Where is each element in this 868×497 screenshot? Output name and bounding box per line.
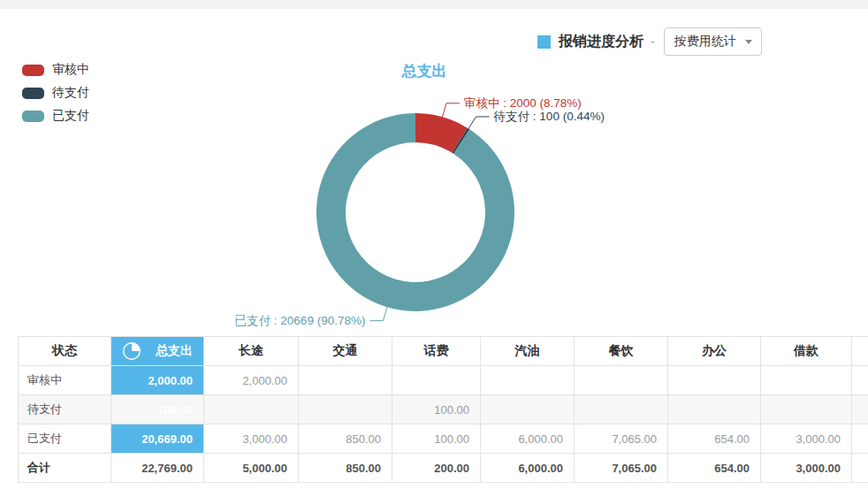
table-cell: [392, 366, 481, 395]
column-header-label: 总支出: [156, 343, 193, 359]
table-cell: [852, 424, 868, 454]
column-header-1[interactable]: 状态: [19, 337, 111, 366]
table-cell: [481, 366, 575, 395]
column-header-10[interactable]: [852, 337, 868, 366]
table-cell: [575, 395, 668, 424]
table-cell: 100.00: [392, 424, 481, 454]
pie-label: 审核中 : 2000 (8.78%): [464, 96, 582, 110]
table-cell: [204, 395, 299, 424]
table-cell: 654.00: [668, 424, 761, 454]
pie-chart-icon: [122, 341, 141, 361]
table-cell: 100.00: [392, 395, 481, 424]
table-cell: 2,000.00: [111, 366, 204, 395]
table-cell: [852, 366, 868, 395]
table-cell: [668, 366, 761, 395]
total-cell: 3,000.00: [761, 454, 852, 483]
table-cell: 6,000.00: [481, 424, 575, 454]
total-cell: 200.00: [392, 454, 481, 483]
column-header-3[interactable]: 长途: [204, 337, 299, 366]
table-row-审核中: 审核中2,000.002,000.00: [19, 366, 868, 395]
column-header-4[interactable]: 交通: [299, 337, 392, 366]
table-cell: 2,000.00: [204, 366, 299, 395]
column-header-9[interactable]: 借款: [761, 337, 852, 366]
table-wrap: 状态总支出长途交通话费汽油餐饮办公借款审核中2,000.002,000.00待支…: [18, 336, 868, 488]
pie-label-line: [442, 103, 460, 118]
table-row-已支付: 已支付20,669.003,000.00850.00100.006,000.00…: [19, 424, 868, 454]
total-cell: [852, 454, 868, 483]
status-cell: 待支付: [19, 395, 111, 424]
total-cell: 22,769.00: [111, 454, 204, 483]
column-header-7[interactable]: 餐饮: [575, 337, 668, 366]
total-cell: 5,000.00: [204, 454, 299, 483]
total-label-cell: 合计: [19, 454, 111, 483]
table-cell: 3,000.00: [204, 424, 299, 454]
total-cell: 7,065.00: [575, 454, 668, 483]
total-cell: 654.00: [668, 454, 761, 483]
table-cell: [481, 395, 575, 424]
total-cell: 6,000.00: [481, 454, 575, 483]
table-cell: 7,065.00: [575, 424, 668, 454]
table-row-待支付: 待支付100.00100.00: [19, 395, 868, 424]
table-cell: 850.00: [299, 424, 392, 454]
table-total-row: 合计22,769.005,000.00850.00200.006,000.007…: [19, 454, 868, 483]
pie-label: 已支付 : 20669 (90.78%): [235, 314, 366, 327]
table-cell: [761, 366, 852, 395]
column-header-2[interactable]: 总支出: [111, 337, 204, 366]
pie-label-line: [468, 117, 489, 129]
column-header-8[interactable]: 办公: [668, 337, 761, 366]
column-header-5[interactable]: 话费: [392, 337, 481, 366]
table-cell: [761, 395, 852, 424]
total-cell: 850.00: [299, 454, 392, 483]
pie-segment-3[interactable]: [316, 113, 514, 311]
table-cell: [299, 366, 392, 395]
table-cell: 20,669.00: [111, 424, 204, 454]
expense-table: 状态总支出长途交通话费汽油餐饮办公借款审核中2,000.002,000.00待支…: [18, 336, 868, 483]
status-cell: 审核中: [19, 366, 111, 395]
table-cell: 3,000.00: [761, 424, 852, 454]
pie-label: 待支付 : 100 (0.44%): [493, 110, 605, 123]
table-header-row: 状态总支出长途交通话费汽油餐饮办公借款: [19, 337, 868, 366]
pie-label-line: [369, 306, 387, 320]
column-header-6[interactable]: 汽油: [481, 337, 575, 366]
table-cell: [852, 395, 868, 424]
status-cell: 已支付: [19, 424, 111, 454]
table-cell: [299, 395, 392, 424]
table-cell: [668, 395, 761, 424]
table-cell: [575, 366, 668, 395]
table-cell: 100.00: [111, 395, 204, 424]
